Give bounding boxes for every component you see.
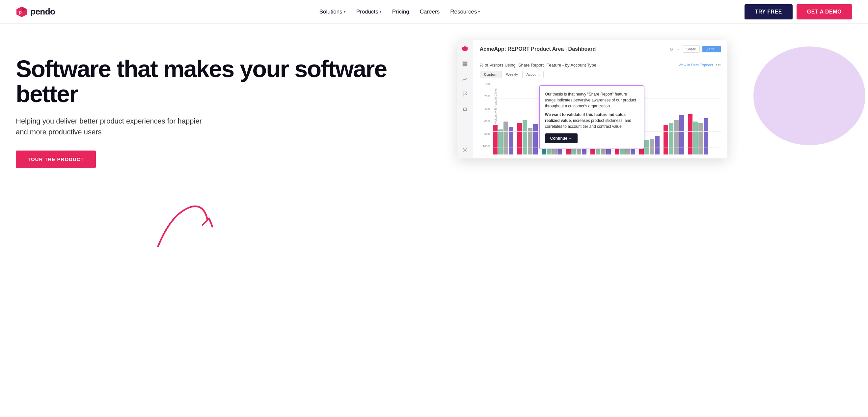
- dashboard-title: AcmeApp: REPORT Product Area | Dashboard: [480, 46, 596, 52]
- hero-title: Software that makes your software better: [16, 57, 451, 107]
- sidebar-bell-icon: [460, 105, 470, 114]
- tooltip-continue-button[interactable]: Continue →: [545, 133, 578, 143]
- nav-pricing[interactable]: Pricing: [392, 8, 409, 15]
- svg-point-10: [464, 149, 466, 151]
- svg-rect-6: [463, 64, 465, 66]
- dashboard-content: AcmeApp: REPORT Product Area | Dashboard…: [473, 40, 727, 158]
- tour-product-button[interactable]: TOUR THE PRODUCT: [16, 151, 96, 168]
- tooltip-text-1: Our thesis is that heavy "Share Report" …: [545, 91, 639, 109]
- tab-weekly[interactable]: Weekly: [502, 71, 522, 78]
- sidebar-logo-icon: [460, 44, 470, 53]
- blob-decoration-2: [753, 47, 865, 145]
- feature-tooltip: Our thesis is that heavy "Share Report" …: [539, 85, 644, 149]
- tab-account[interactable]: Account: [522, 71, 544, 78]
- svg-rect-4: [463, 62, 465, 64]
- go-to-button[interactable]: Go to...: [702, 46, 721, 52]
- sidebar-flag-icon: [460, 90, 470, 99]
- tooltip-bold: We want to validate if this feature indi…: [545, 112, 626, 123]
- svg-rect-5: [465, 62, 467, 64]
- share-button[interactable]: Share: [683, 46, 700, 53]
- hero-subtitle: Helping you deliver better product exper…: [16, 116, 207, 137]
- logo-text: pendo: [30, 7, 55, 17]
- dashboard-sidebar: [457, 40, 473, 158]
- chevron-down-icon: ▾: [344, 9, 346, 14]
- more-options-icon[interactable]: •••: [716, 62, 721, 67]
- chevron-down-icon: ▾: [380, 9, 382, 14]
- sidebar-grid-icon: [460, 59, 470, 68]
- chart-tabs: Custom Weekly Account: [480, 71, 721, 78]
- svg-text:p: p: [19, 9, 22, 14]
- nav-solutions[interactable]: Solutions ▾: [319, 8, 346, 15]
- dashboard-actions: ⚙ ☆ Share Go to...: [670, 46, 720, 53]
- sidebar-settings-icon: [460, 145, 470, 154]
- chart-title-row: % of Visitors Using "Share Report" Featu…: [480, 62, 721, 67]
- star-icon-small: ☆: [676, 47, 680, 52]
- get-demo-button[interactable]: GET A DEMO: [797, 4, 852, 20]
- settings-icon-small: ⚙: [670, 47, 673, 52]
- tooltip-text-2: We want to validate if this feature indi…: [545, 112, 639, 129]
- try-free-button[interactable]: TRY FREE: [745, 4, 793, 20]
- pendo-logo-icon: p: [16, 6, 28, 18]
- y-axis: 100% 80% 60% 40% 20% 0%: [480, 82, 492, 148]
- chart-section: % of Visitors Using "Share Report" Featu…: [480, 62, 721, 154]
- logo-link[interactable]: p pendo: [16, 6, 55, 18]
- chevron-down-icon: ▾: [478, 9, 480, 14]
- nav-careers[interactable]: Careers: [420, 8, 440, 15]
- nav-links: Solutions ▾ Products ▾ Pricing Careers R…: [319, 8, 480, 15]
- nav-products[interactable]: Products ▾: [356, 8, 382, 15]
- hero-left: Software that makes your software better…: [16, 43, 451, 168]
- hero-right: AcmeApp: REPORT Product Area | Dashboard…: [451, 40, 852, 158]
- dashboard-header: AcmeApp: REPORT Product Area | Dashboard…: [480, 46, 721, 57]
- chart-title: % of Visitors Using "Share Report" Featu…: [480, 63, 596, 67]
- nav-ctas: TRY FREE GET A DEMO: [745, 4, 852, 20]
- tab-custom[interactable]: Custom: [480, 71, 502, 78]
- nav-resources[interactable]: Resources ▾: [450, 8, 480, 15]
- view-data-explorer-link[interactable]: View in Data Explorer: [679, 63, 714, 67]
- hero-section: Software that makes your software better…: [0, 24, 868, 274]
- dashboard-mockup: AcmeApp: REPORT Product Area | Dashboard…: [457, 40, 727, 158]
- navbar: p pendo Solutions ▾ Products ▾ Pricing C…: [0, 0, 868, 24]
- decorative-arrow: [152, 200, 217, 254]
- sidebar-chart-icon: [460, 75, 470, 84]
- svg-rect-7: [465, 64, 467, 66]
- svg-marker-3: [462, 46, 468, 51]
